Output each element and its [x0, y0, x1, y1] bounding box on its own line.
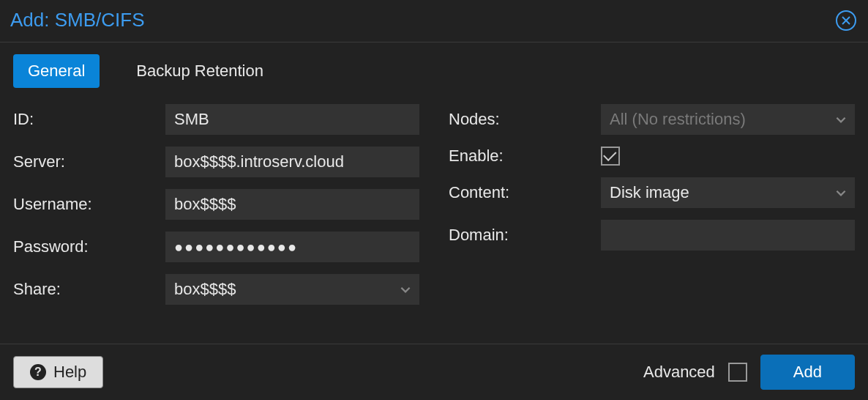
label-domain: Domain: [449, 226, 601, 245]
tab-general[interactable]: General [13, 54, 100, 88]
row-enable: Enable: [449, 147, 855, 166]
chevron-down-icon [834, 113, 848, 126]
help-button-label: Help [53, 363, 86, 382]
input-domain[interactable] [601, 220, 855, 251]
chevron-down-icon [399, 283, 412, 296]
select-share-value: box$$$$ [174, 280, 236, 299]
footer-right: Advanced Add [643, 355, 855, 390]
dialog: Add: SMB/CIFS General Backup Retention I… [0, 0, 868, 400]
select-content[interactable]: Disk image [601, 177, 855, 208]
select-share[interactable]: box$$$$ [165, 274, 419, 305]
footer: ? Help Advanced Add [0, 344, 868, 400]
row-domain: Domain: [449, 220, 855, 251]
close-icon [841, 12, 851, 29]
form-column-right: Nodes: All (No restrictions) Enable: Con… [449, 104, 855, 336]
select-content-value: Disk image [610, 183, 689, 202]
advanced-label: Advanced [643, 363, 715, 382]
dialog-title: Add: SMB/CIFS [10, 9, 145, 32]
row-username: Username: [13, 189, 419, 220]
row-nodes: Nodes: All (No restrictions) [449, 104, 855, 135]
input-server[interactable] [165, 147, 419, 177]
input-username[interactable] [165, 189, 419, 220]
close-button[interactable] [836, 10, 856, 31]
checkbox-enable[interactable] [601, 147, 620, 166]
input-password[interactable]: ●●●●●●●●●●●● [165, 232, 419, 262]
label-share: Share: [13, 280, 165, 299]
password-mask: ●●●●●●●●●●●● [174, 239, 298, 256]
label-password: Password: [13, 237, 165, 256]
form-area: ID: Server: Username: Password: ●●●●●●●●… [0, 98, 868, 344]
label-username: Username: [13, 195, 165, 214]
form-column-left: ID: Server: Username: Password: ●●●●●●●●… [13, 104, 419, 336]
add-button[interactable]: Add [760, 355, 855, 390]
row-id: ID: [13, 104, 419, 135]
label-content: Content: [449, 183, 601, 202]
help-button[interactable]: ? Help [13, 356, 103, 388]
select-nodes[interactable]: All (No restrictions) [601, 104, 855, 135]
row-server: Server: [13, 147, 419, 177]
chevron-down-icon [834, 186, 848, 199]
label-nodes: Nodes: [449, 110, 601, 129]
label-enable: Enable: [449, 147, 601, 166]
row-content: Content: Disk image [449, 177, 855, 208]
help-icon: ? [30, 364, 46, 380]
tab-backup-retention[interactable]: Backup Retention [121, 54, 278, 88]
tab-bar: General Backup Retention [0, 42, 868, 98]
label-server: Server: [13, 152, 165, 171]
label-id: ID: [13, 110, 165, 129]
checkbox-advanced[interactable] [728, 363, 747, 382]
titlebar: Add: SMB/CIFS [0, 0, 868, 42]
select-nodes-value: All (No restrictions) [610, 110, 746, 129]
input-id[interactable] [165, 104, 419, 135]
row-password: Password: ●●●●●●●●●●●● [13, 232, 419, 262]
row-share: Share: box$$$$ [13, 274, 419, 305]
